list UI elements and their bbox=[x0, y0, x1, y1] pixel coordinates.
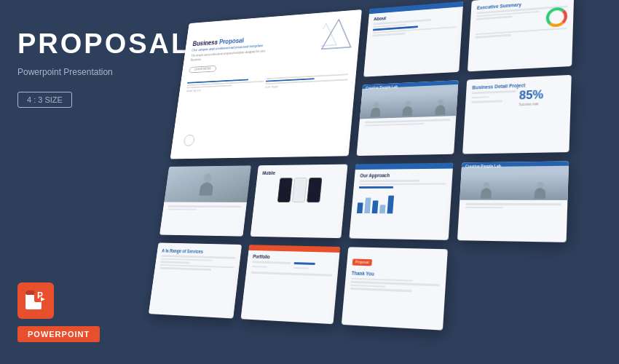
slide-photo bbox=[164, 165, 251, 202]
ppt-icon-letter: P ▶ bbox=[24, 288, 47, 314]
person-body bbox=[435, 105, 445, 115]
size-badge: 4 : 3 SIZE bbox=[17, 92, 72, 108]
column-block bbox=[471, 90, 516, 109]
slide-title: Portfolio bbox=[253, 254, 334, 261]
slide-line bbox=[465, 206, 502, 208]
column-block: 85% Success rate bbox=[519, 88, 565, 108]
bar bbox=[387, 195, 395, 213]
slide-line bbox=[252, 261, 291, 264]
circle-decoration bbox=[184, 135, 195, 146]
slide-line bbox=[293, 266, 309, 269]
slide-line bbox=[168, 205, 242, 207]
showcase-wrapper: Business Proposal Our simple and profess… bbox=[127, 0, 619, 364]
person-figure bbox=[481, 182, 492, 199]
bar-chart bbox=[357, 191, 446, 213]
slide-portfolio: Portfolio bbox=[241, 245, 341, 324]
slide-line bbox=[159, 267, 211, 271]
slide-line bbox=[160, 261, 189, 264]
slide-phones: Mobile bbox=[251, 165, 348, 239]
bar bbox=[379, 205, 386, 213]
slide-business-detail: Business Detail Project 85% Success rate bbox=[462, 75, 572, 154]
slide-about: About bbox=[363, 1, 463, 77]
stat-col-2: OUR TEAM bbox=[265, 74, 348, 90]
slide-line bbox=[471, 100, 502, 103]
person-body bbox=[371, 108, 381, 117]
slide-line bbox=[350, 288, 412, 292]
slide-line bbox=[465, 203, 561, 205]
slide-team-1: Creative People Lab bbox=[357, 80, 459, 156]
svg-marker-6 bbox=[320, 23, 339, 47]
phones-container bbox=[259, 178, 342, 203]
bar bbox=[357, 202, 363, 213]
person-silhouette bbox=[199, 173, 215, 195]
left-panel: PROPOSAL Powerpoint Presentation 4 : 3 S… bbox=[0, 0, 160, 364]
team-photo-2 bbox=[460, 166, 569, 200]
slide-team-2: Creative People Lab bbox=[457, 161, 569, 242]
stat-label: Success rate bbox=[519, 101, 564, 108]
page-subtitle: Powerpoint Presentation bbox=[17, 67, 143, 77]
slide-top-bar bbox=[355, 163, 454, 170]
slide-title: Our Approach bbox=[360, 173, 446, 178]
slide-approach: Our Approach bbox=[349, 163, 453, 240]
page-title: PROPOSAL bbox=[17, 29, 143, 60]
person-head bbox=[203, 173, 213, 182]
slide-line bbox=[359, 183, 446, 185]
person-head bbox=[537, 182, 543, 188]
red-tag: Proposal bbox=[352, 258, 372, 266]
person-head bbox=[484, 182, 490, 188]
svg-marker-5 bbox=[322, 18, 354, 49]
slide-proposal-final: Proposal Thank You bbox=[342, 247, 448, 330]
slide-line bbox=[350, 284, 385, 287]
two-columns bbox=[251, 261, 333, 271]
slide-line bbox=[472, 90, 516, 94]
slide-line bbox=[364, 123, 423, 127]
slide-line bbox=[360, 180, 420, 182]
column-block bbox=[293, 262, 333, 272]
slide-top-bar-red bbox=[248, 245, 340, 253]
person-figure bbox=[435, 100, 446, 116]
slide-photo-person bbox=[159, 165, 251, 236]
ppt-icon: P ▶ bbox=[17, 282, 54, 319]
phone-mockup-dark bbox=[307, 178, 322, 202]
two-columns: 85% Success rate bbox=[471, 88, 565, 109]
phone-mockup-dark bbox=[277, 178, 293, 202]
slide-line bbox=[252, 266, 267, 268]
photo-gradient bbox=[164, 165, 251, 202]
slide-services: A la Range of Services bbox=[149, 242, 242, 318]
slides-grid: Business Proposal Our simple and profess… bbox=[135, 0, 619, 358]
phone-mockup-light bbox=[292, 178, 307, 202]
column-block bbox=[251, 261, 290, 269]
person-figure bbox=[535, 182, 546, 199]
powerpoint-badge: POWERPOINT bbox=[17, 326, 100, 342]
main-feature-slide: Business Proposal Our simple and profess… bbox=[170, 9, 362, 159]
person-body bbox=[481, 188, 492, 198]
slide-title: Mobile bbox=[262, 170, 342, 175]
red-tag-container: Proposal bbox=[352, 253, 441, 269]
bar bbox=[372, 200, 379, 213]
stat-col-1: WHAT WE DO bbox=[186, 79, 264, 93]
slide-line bbox=[359, 186, 393, 189]
triangle-decoration bbox=[320, 15, 355, 55]
slide-line bbox=[293, 262, 315, 264]
slide-line bbox=[476, 27, 567, 35]
person-body bbox=[199, 182, 213, 195]
main-slide-stats: WHAT WE DO OUR TEAM bbox=[186, 74, 348, 93]
slide-line bbox=[167, 208, 197, 210]
person-figure bbox=[402, 100, 413, 116]
person-figure bbox=[371, 102, 382, 117]
stat-number: 85% bbox=[519, 88, 565, 101]
bar bbox=[364, 197, 371, 213]
person-body bbox=[535, 188, 546, 199]
slide-line bbox=[472, 96, 489, 98]
slide-line bbox=[251, 272, 332, 276]
slide-executive: Executive Summary bbox=[468, 0, 574, 71]
slide-title: A la Range of Services bbox=[162, 248, 236, 255]
slide-line bbox=[365, 119, 451, 123]
donut-chart bbox=[545, 7, 567, 28]
bottom-section: P ▶ POWERPOINT bbox=[17, 282, 143, 342]
main-slide-button[interactable]: LEARN MORE bbox=[189, 66, 216, 74]
slide-title: Thank You bbox=[351, 270, 440, 278]
person-body bbox=[402, 106, 412, 116]
